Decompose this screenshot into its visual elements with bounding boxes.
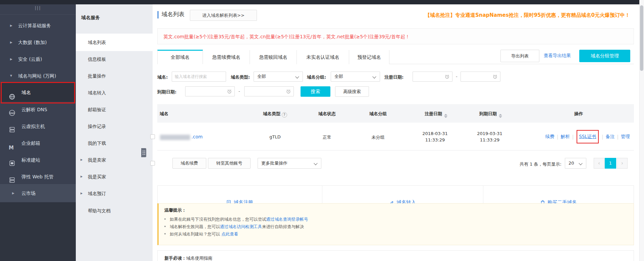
tip-line: 域名解析生效问题，您可以通过域名访问检测工具来进行自助排查与解决 <box>164 224 304 230</box>
domain-group-select[interactable]: 全部 <box>331 72 380 82</box>
reg-date-end-input[interactable] <box>461 72 500 82</box>
domain-group-label: 域名分组: <box>307 74 326 80</box>
domain-type-select[interactable]: 全部 <box>254 72 303 82</box>
export-list-button[interactable]: 导出列表 <box>500 50 539 62</box>
enter-dns-list-button[interactable]: 进入域名解析列表>> <box>190 10 257 21</box>
chevron-right-icon: ▶ <box>80 168 83 185</box>
sidebar-item-domain-transfer-in[interactable]: 域名转入 <box>76 84 153 101</box>
clock-icon <box>493 74 497 79</box>
search-button[interactable]: 搜索 <box>301 86 330 97</box>
sidebar-divider <box>0 14 76 15</box>
renew-link[interactable]: 续费 <box>545 134 554 140</box>
sidebar-item-i-am-buyer[interactable]: ▶ 我是买家 <box>76 168 153 185</box>
sidebar-item-info-template[interactable]: 信息模板 <box>76 51 153 68</box>
hamburger-icon[interactable]: ||| <box>30 5 46 10</box>
chevron-down-icon: ▼ <box>10 68 12 84</box>
sidebar-collapse-handle[interactable] <box>141 148 146 157</box>
title-accent-bar <box>157 11 159 18</box>
sort-icon[interactable] <box>444 114 447 118</box>
sidebar-item-elastic-web[interactable]: 弹性 Web 托管 <box>0 168 76 185</box>
expire-date-start-input[interactable] <box>185 86 235 96</box>
sidebar-footer-area <box>0 202 76 261</box>
tip-line: 如何从域名到建站？您可以 点此查看 <box>164 231 238 237</box>
drag-dots-icon <box>143 150 145 155</box>
more-batch-ops-select[interactable]: 更多批量操作 <box>258 158 321 169</box>
domain-search-input[interactable] <box>172 72 226 82</box>
chevron-right-icon: ▶ <box>10 34 12 51</box>
domain-type-label: 域名类型: <box>231 74 250 80</box>
table-header: 域名 域名类型? 域名状态 域名分组 注册日期 到期日期 操作 <box>157 104 634 123</box>
sidebar-item-batch-ops[interactable]: 批量操作 <box>76 68 153 84</box>
sidebar-item-email-verify[interactable]: 邮箱验证 <box>76 101 153 118</box>
dns-icon: DNS <box>9 106 15 113</box>
clock-icon <box>445 74 449 79</box>
sidebar-item-domain-preorder[interactable]: ▶ 域名预订 <box>76 185 153 202</box>
sidebar-item-cloud-computing[interactable]: ▶ 云计算基础服务 <box>0 17 76 34</box>
server-icon <box>9 173 15 180</box>
sidebar-item-web-hosting[interactable]: 云虚拟主机 <box>0 118 76 135</box>
scrollbar-thumb[interactable] <box>640 5 643 71</box>
view-export-result-link[interactable]: 查看导出结果 <box>544 53 571 59</box>
col-domain-status: 域名状态 <box>307 111 347 117</box>
reg-date-label: 注册日期: <box>384 74 404 80</box>
mail-m-icon: M <box>9 139 15 146</box>
tab-unverified[interactable]: 未实名认证域名 <box>297 50 349 64</box>
next-page-button[interactable]: › <box>617 158 628 169</box>
sidebar-item-enterprise-mail[interactable]: M 企业邮箱 <box>0 135 76 151</box>
sidebar-item-operation-log[interactable]: 操作记录 <box>76 118 153 135</box>
cell-exp-date: 2019-03-31 11:33:29 <box>467 130 512 143</box>
sidebar-item-site-builder[interactable]: 标准建站 <box>0 151 76 168</box>
chevron-right-icon: ▶ <box>80 185 83 202</box>
row-actions: 续费 | 解析 | SSL证书 | 备注 | 管理 <box>545 123 630 150</box>
prev-page-button[interactable]: ‹ <box>594 158 604 169</box>
help-icon[interactable]: ? <box>282 112 287 118</box>
server-icon <box>9 123 15 130</box>
sidebar-item-domain-website[interactable]: ▼ 域名与网站 (万网) <box>0 68 76 84</box>
tab-preregister[interactable]: 预登记域名 <box>349 50 389 64</box>
tab-all-domains[interactable]: 全部域名 <box>157 50 203 64</box>
sort-icon[interactable] <box>499 114 502 118</box>
tip-link-detect-tool[interactable]: 通过域名访问检测工具 <box>220 224 262 229</box>
price-notice: 英文.com批量(≥5个)注册35元/首年起，英文.cn批量(≥5个)注册13元… <box>157 28 634 44</box>
tip-link-view-here[interactable]: 点此查看 <box>221 231 238 236</box>
promo-banner[interactable]: 【域名抢注】专业通道SnapNames抢注，限时95折优惠，更有精品域名0元火爆… <box>352 12 630 18</box>
manage-link[interactable]: 管理 <box>621 134 630 140</box>
remark-link[interactable]: 备注 <box>605 134 614 140</box>
advanced-search-button[interactable]: 高级搜索 <box>335 86 369 97</box>
cell-domain-type: gTLD <box>255 134 295 139</box>
sidebar-item-dns[interactable]: DNS 云解析 DNS <box>0 101 76 118</box>
sidebar-item-bigdata[interactable]: ▶ 大数据 (数加) <box>0 34 76 51</box>
current-page-button[interactable]: 1 <box>605 158 616 169</box>
domain-name-blurred <box>160 135 190 140</box>
screen: ||| ▶ 云计算基础服务 ▶ 大数据 (数加) ▶ 安全 (云盾) ▼ 域名与… <box>0 0 644 261</box>
col-domain-group: 域名分组 <box>358 111 398 117</box>
sidebar-item-marketplace[interactable]: ▶ 云市场 <box>0 184 76 202</box>
red-annotation-box-ssl: SSL证书 <box>577 130 599 143</box>
date-range-separator: - <box>456 74 458 79</box>
col-domain-type: 域名类型? <box>255 111 295 118</box>
sidebar-item-help-docs[interactable]: 帮助与文档 <box>76 202 153 219</box>
batch-renew-button[interactable]: 域名续费 <box>172 158 206 169</box>
beginner-guide-box <box>157 250 634 261</box>
tab-redeem-soon[interactable]: 急需赎回域名 <box>250 50 297 64</box>
resolve-link[interactable]: 解析 <box>561 134 570 140</box>
tab-renew-soon[interactable]: 急需续费域名 <box>203 50 250 64</box>
sidebar-item-domain-list[interactable]: 域名列表 <box>76 34 153 51</box>
page-size-select[interactable]: 20 <box>565 158 586 169</box>
domain-suffix-link[interactable]: .com <box>192 134 203 139</box>
ssl-cert-link[interactable]: SSL证书 <box>579 134 596 139</box>
sidebar-item-domain[interactable]: 域名 <box>0 83 76 102</box>
tip-line: 如果在此账号下没有找到您的域名信息，您可以尝试通过域名查询登录帐号 <box>164 217 308 222</box>
tip-link-query-account[interactable]: 通过域名查询登录帐号 <box>266 217 308 222</box>
pagination-summary: 共有 1 条，每页显示: <box>520 161 561 167</box>
select-all-checkbox[interactable] <box>150 161 155 166</box>
row-checkbox[interactable] <box>150 134 155 139</box>
chevron-down-icon <box>295 75 299 78</box>
batch-transfer-button[interactable]: 转至其他账号 <box>208 158 251 169</box>
domain-group-manage-button[interactable]: 域名分组管理 <box>579 50 630 62</box>
domain-filter-label: 域名: <box>157 74 168 80</box>
sidebar-item-security[interactable]: ▶ 安全 (云盾) <box>0 51 76 68</box>
cell-domain-status: 正常 <box>307 134 347 140</box>
expire-date-end-input[interactable] <box>244 86 294 96</box>
reg-date-start-input[interactable] <box>413 72 452 82</box>
